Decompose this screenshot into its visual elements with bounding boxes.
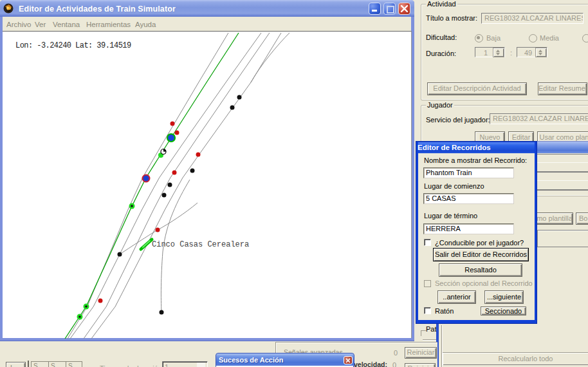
svg-text:Lon: -3.24240 Lat: 39.14519: Lon: -3.24240 Lat: 39.14519 [15,41,131,50]
svg-text:Cinco Casas Cerealera: Cinco Casas Cerealera [152,240,249,249]
